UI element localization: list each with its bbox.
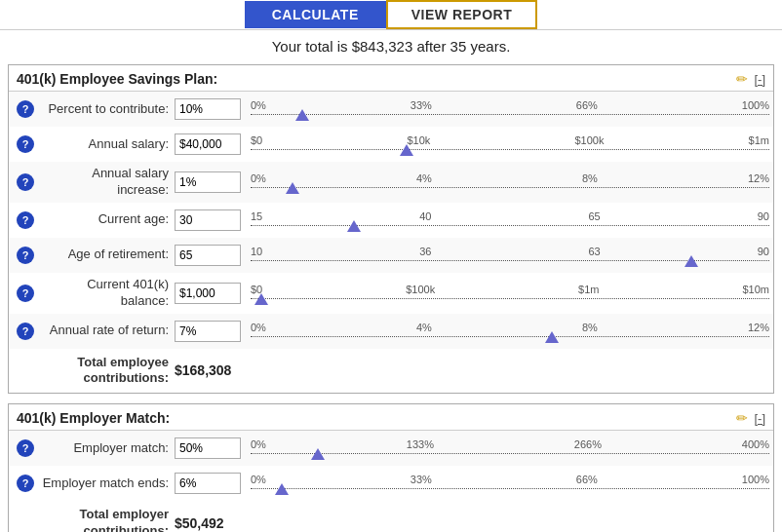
total-row: Total employercontributions:$50,492 [9, 501, 773, 532]
current-age-input[interactable] [175, 209, 241, 231]
annual-salary-increase-marker [286, 182, 299, 194]
annual-salary-increase-input[interactable] [175, 171, 241, 193]
current-401k-balance-marker [254, 293, 268, 305]
annual-rate-of-return-slider[interactable]: 0%4%8%12% [251, 318, 769, 345]
age-retirement-marker [684, 255, 698, 267]
current-age-slider[interactable]: 15406590 [251, 207, 769, 234]
help-icon[interactable]: ? [17, 323, 34, 340]
help-icon[interactable]: ? [17, 247, 34, 264]
view-report-button[interactable]: VIEW REPORT [386, 0, 538, 29]
table-row: ?Current 401(k)balance:$0$100k$1m$10m [9, 273, 773, 314]
edit-icon[interactable]: ✏ [736, 410, 748, 426]
section-actions: ✏[-] [736, 410, 765, 426]
current-age-marker [347, 220, 361, 232]
help-icon[interactable]: ? [17, 211, 34, 229]
section-actions: ✏[-] [736, 71, 765, 87]
section-header: 401(k) Employee Savings Plan:✏[-] [9, 65, 773, 92]
annual-salary-label: Annual salary: [38, 136, 175, 153]
section-employee-savings: 401(k) Employee Savings Plan:✏[-]?Percen… [8, 64, 774, 394]
help-icon[interactable]: ? [17, 439, 34, 457]
table-row: ?Current age:15406590 [9, 203, 773, 238]
total-value: $168,308 [175, 362, 231, 378]
help-icon[interactable]: ? [17, 100, 34, 118]
section-title: 401(k) Employee Savings Plan: [17, 71, 217, 87]
employer-match-input[interactable] [175, 437, 241, 459]
age-retirement-input[interactable] [175, 245, 241, 266]
employer-match-ends-input[interactable] [175, 473, 241, 494]
annual-salary-marker [400, 144, 413, 156]
table-row: ?Employer match:0%133%266%400% [9, 431, 773, 466]
edit-icon[interactable]: ✏ [736, 71, 748, 87]
total-value: $50,492 [175, 515, 224, 531]
employer-match-ends-label: Employer match ends: [38, 475, 175, 492]
help-icon[interactable]: ? [17, 475, 34, 492]
table-row: ?Annual salary:$0$10k$100k$1m [9, 127, 773, 162]
calculate-button[interactable]: CALCULATE [245, 1, 386, 28]
percent-contribute-input[interactable] [175, 98, 241, 120]
table-row: ?Employer match ends:0%33%66%100% [9, 466, 773, 501]
annual-rate-of-return-marker [545, 331, 559, 343]
table-row: ?Percent to contribute:0%33%66%100% [9, 92, 773, 127]
section-employer-match: 401(k) Employer Match:✏[-]?Employer matc… [8, 403, 774, 532]
table-row: ?Age of retirement:10366390 [9, 238, 773, 273]
employer-match-ends-marker [275, 483, 289, 495]
percent-contribute-marker [295, 109, 309, 121]
annual-salary-input[interactable] [175, 133, 241, 155]
annual-salary-slider[interactable]: $0$10k$100k$1m [251, 131, 769, 158]
current-401k-balance-input[interactable] [175, 283, 241, 304]
table-row: ?Annual salaryincrease:0%4%8%12% [9, 162, 773, 203]
total-label: Total employeecontributions: [17, 355, 175, 388]
percent-contribute-label: Percent to contribute: [38, 101, 175, 118]
annual-rate-of-return-input[interactable] [175, 321, 241, 342]
age-retirement-label: Age of retirement: [38, 247, 175, 263]
top-buttons: CALCULATE VIEW REPORT [0, 0, 782, 30]
collapse-button[interactable]: [-] [754, 411, 765, 426]
employer-match-label: Employer match: [38, 440, 175, 457]
help-icon[interactable]: ? [17, 135, 34, 153]
table-row: ?Annual rate of return:0%4%8%12% [9, 314, 773, 349]
help-icon[interactable]: ? [17, 173, 34, 191]
section-title: 401(k) Employer Match: [17, 410, 170, 426]
total-label: Total employercontributions: [17, 507, 175, 532]
section-header: 401(k) Employer Match:✏[-] [9, 404, 773, 431]
annual-rate-of-return-label: Annual rate of return: [38, 323, 175, 339]
employer-match-slider[interactable]: 0%133%266%400% [251, 435, 769, 462]
percent-contribute-slider[interactable]: 0%33%66%100% [251, 95, 769, 123]
summary-line: Your total is $843,323 after 35 years. [0, 30, 782, 64]
current-401k-balance-slider[interactable]: $0$100k$1m$10m [251, 280, 769, 307]
current-401k-balance-label: Current 401(k)balance: [38, 277, 175, 310]
collapse-button[interactable]: [-] [754, 72, 765, 87]
annual-salary-increase-label: Annual salaryincrease: [38, 166, 175, 199]
total-row: Total employeecontributions:$168,308 [9, 349, 773, 394]
age-retirement-slider[interactable]: 10366390 [251, 242, 769, 269]
help-icon[interactable]: ? [17, 285, 34, 302]
employer-match-marker [311, 448, 325, 460]
employer-match-ends-slider[interactable]: 0%33%66%100% [251, 470, 769, 497]
current-age-label: Current age: [38, 211, 175, 228]
annual-salary-increase-slider[interactable]: 0%4%8%12% [251, 169, 769, 196]
